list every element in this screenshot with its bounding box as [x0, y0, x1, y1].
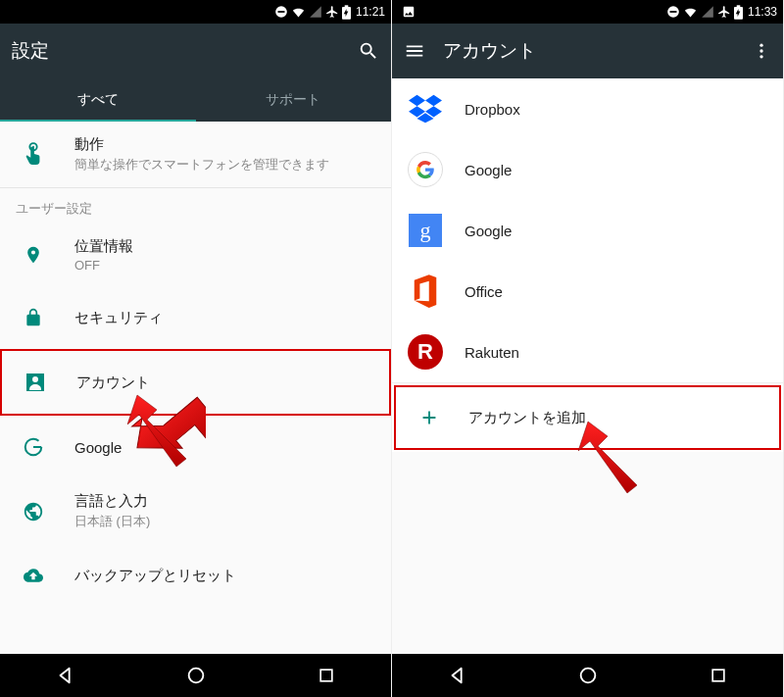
touch-icon — [16, 137, 51, 173]
account-label: Rakuten — [465, 344, 519, 361]
nav-recent-icon[interactable] — [317, 666, 336, 685]
status-bar: 11:33 — [392, 0, 783, 24]
battery-icon — [342, 5, 351, 20]
svg-point-15 — [581, 669, 596, 683]
item-backup[interactable]: バックアップとリセット — [0, 544, 391, 607]
item-sub: OFF — [74, 258, 375, 273]
location-icon — [16, 237, 51, 273]
dnd-icon — [274, 5, 288, 19]
item-location[interactable]: 位置情報 OFF — [0, 224, 391, 286]
dnd-icon — [666, 5, 680, 19]
office-icon — [408, 274, 443, 309]
google-g-icon — [16, 429, 51, 465]
tab-indicator — [0, 120, 196, 122]
search-icon[interactable] — [358, 40, 379, 62]
battery-icon — [734, 5, 743, 20]
page-title: 設定 — [12, 38, 340, 64]
item-google[interactable]: Google — [0, 416, 391, 478]
account-google-old[interactable]: g Google — [392, 200, 783, 261]
svg-rect-11 — [737, 5, 741, 7]
status-bar: 11:21 — [0, 0, 391, 24]
svg-rect-16 — [712, 670, 724, 681]
add-account-button[interactable]: アカウントを追加 — [394, 385, 781, 450]
navbar — [0, 654, 391, 697]
nav-back-icon[interactable] — [55, 665, 76, 686]
nav-recent-icon[interactable] — [709, 666, 728, 685]
screen-settings: 11:21 設定 すべて サポート 動作 簡単な操作でスマートフォンを管理できま… — [0, 0, 392, 697]
rakuten-icon: R — [408, 334, 443, 370]
account-rakuten[interactable]: R Rakuten — [392, 322, 783, 383]
settings-list: 動作 簡単な操作でスマートフォンを管理できます ユーザー設定 位置情報 OFF … — [0, 122, 391, 654]
item-sub: 日本語 (日本) — [74, 513, 375, 530]
svg-rect-7 — [320, 670, 332, 681]
lock-icon — [16, 300, 51, 335]
account-google-new[interactable]: Google — [392, 139, 783, 200]
item-title: セキュリティ — [74, 309, 375, 327]
tab-support[interactable]: サポート — [196, 78, 392, 122]
wifi-icon — [683, 5, 698, 20]
navbar — [392, 654, 783, 697]
item-security[interactable]: セキュリティ — [0, 286, 391, 349]
account-dropbox[interactable]: Dropbox — [392, 78, 783, 139]
appbar: アカウント — [392, 24, 783, 78]
nav-home-icon[interactable] — [185, 665, 207, 686]
item-account[interactable]: アカウント — [0, 349, 391, 416]
item-language[interactable]: 言語と入力 日本語 (日本) — [0, 478, 391, 544]
svg-point-6 — [189, 669, 204, 683]
signal-icon — [701, 5, 714, 19]
account-label: Office — [465, 283, 503, 300]
item-title: Google — [74, 439, 375, 456]
nav-home-icon[interactable] — [577, 665, 599, 686]
menu-icon[interactable] — [404, 40, 425, 62]
svg-point-14 — [760, 55, 762, 58]
item-motion[interactable]: 動作 簡単な操作でスマートフォンを管理できます — [0, 122, 391, 188]
nav-back-icon[interactable] — [447, 665, 468, 686]
subheader-user: ユーザー設定 — [0, 188, 391, 224]
airplane-icon — [325, 5, 339, 19]
item-title: 言語と入力 — [74, 492, 375, 511]
wifi-icon — [291, 5, 306, 20]
google-blue-icon: g — [408, 213, 443, 248]
add-account-label: アカウントを追加 — [468, 409, 586, 427]
svg-point-12 — [760, 44, 762, 47]
item-title: バックアップとリセット — [74, 567, 375, 585]
svg-rect-1 — [277, 11, 284, 13]
plus-icon — [412, 400, 447, 435]
svg-point-13 — [760, 49, 762, 52]
google-color-icon — [408, 152, 443, 187]
backup-icon — [16, 558, 51, 593]
signal-icon — [309, 5, 322, 19]
account-label: Google — [465, 162, 512, 178]
page-title: アカウント — [443, 38, 734, 64]
account-icon — [18, 365, 53, 400]
globe-icon — [16, 494, 51, 529]
notification-icon — [398, 5, 416, 19]
more-icon[interactable] — [752, 41, 771, 61]
status-time: 11:33 — [748, 5, 777, 19]
screen-accounts: 11:33 アカウント Dropbox Google g Goog — [392, 0, 784, 697]
status-time: 11:21 — [356, 5, 385, 19]
status-icons: 11:21 — [274, 5, 385, 20]
tabs: すべて サポート — [0, 78, 391, 122]
dropbox-icon — [408, 91, 443, 126]
account-office[interactable]: Office — [392, 261, 783, 322]
svg-rect-9 — [669, 11, 676, 13]
account-label: Dropbox — [465, 101, 520, 118]
tab-all[interactable]: すべて — [0, 78, 196, 122]
appbar: 設定 — [0, 24, 391, 78]
account-label: Google — [465, 223, 512, 239]
status-icons: 11:33 — [666, 5, 777, 20]
item-title: 位置情報 — [74, 237, 375, 256]
svg-point-5 — [32, 376, 38, 382]
accounts-list: Dropbox Google g Google Office R — [392, 78, 783, 452]
airplane-icon — [717, 5, 731, 19]
item-title: 動作 — [74, 135, 375, 154]
svg-rect-3 — [345, 5, 349, 7]
item-title: アカウント — [76, 373, 373, 392]
item-sub: 簡単な操作でスマートフォンを管理できます — [74, 156, 375, 174]
